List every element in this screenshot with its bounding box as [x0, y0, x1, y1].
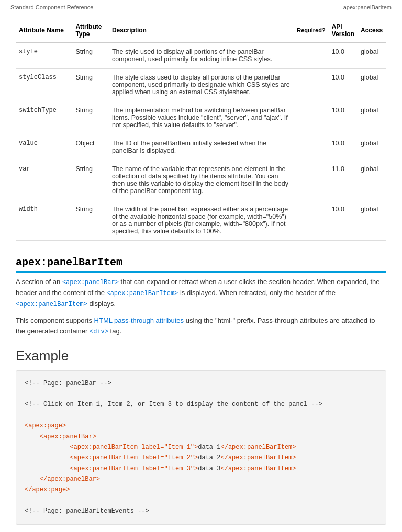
cell-description: The ID of the panelBarItem initially sel…: [109, 134, 294, 160]
section-panelbaritem: apex:panelBarItem A section of an <apex:…: [16, 256, 386, 337]
cell-attr-type: String: [72, 200, 109, 241]
cell-access: global: [358, 69, 386, 101]
cell-required: [294, 160, 328, 200]
cell-attr-name: var: [16, 160, 72, 200]
code-div: <div>: [90, 328, 108, 335]
cell-attr-type: Object: [72, 134, 109, 160]
example-heading: Example: [16, 348, 386, 364]
col-required: Required?: [294, 20, 328, 42]
cell-description: The implementation method for switching …: [109, 101, 294, 134]
cell-attr-name: styleClass: [16, 69, 72, 101]
cell-access: global: [358, 134, 386, 160]
cell-required: [294, 42, 328, 69]
html-passthrough-link[interactable]: HTML pass-through attributes: [94, 316, 184, 324]
cell-api-version: 10.0: [329, 200, 358, 241]
table-row: styleClass String The style class used t…: [16, 69, 386, 101]
cell-api-version: 11.0: [329, 160, 358, 200]
cell-access: global: [358, 42, 386, 69]
table-row: value Object The ID of the panelBarItem …: [16, 134, 386, 160]
section-title: apex:panelBarItem: [16, 256, 386, 273]
example-section: Example <!-- Page: panelBar --> <!-- Cli…: [16, 348, 386, 525]
page-header: Standard Component Reference apex:panelB…: [0, 0, 402, 15]
cell-attr-type: String: [72, 69, 109, 101]
section-description-1: A section of an <apex:panelBar> that can…: [16, 277, 386, 310]
table-row: width String The width of the panel bar,…: [16, 200, 386, 241]
cell-description: The style class used to display all port…: [109, 69, 294, 101]
cell-attr-name: style: [16, 42, 72, 69]
table-row: style String The style used to display a…: [16, 42, 386, 69]
cell-description: The style used to display all portions o…: [109, 42, 294, 69]
cell-access: global: [358, 200, 386, 241]
code-panelbar: <apex:panelBar>: [62, 279, 119, 286]
col-attr-name: Attribute Name: [16, 20, 72, 42]
cell-access: global: [358, 101, 386, 134]
section-description-2: This component supports HTML pass-throug…: [16, 315, 386, 337]
cell-required: [294, 134, 328, 160]
cell-attr-type: String: [72, 42, 109, 69]
code-panelbaritem2: <apex:panelBarItem>: [16, 301, 87, 308]
code-panelbaritem1: <apex:panelBarItem>: [106, 290, 178, 297]
cell-required: [294, 101, 328, 134]
header-right: apex:panelBarItem: [343, 4, 392, 10]
table-row: switchType String The implementation met…: [16, 101, 386, 134]
code-block: <!-- Page: panelBar --> <!-- Click on It…: [16, 370, 386, 525]
col-access: Access: [358, 20, 386, 42]
cell-attr-name: width: [16, 200, 72, 241]
col-api-version: API Version: [329, 20, 358, 42]
cell-api-version: 10.0: [329, 134, 358, 160]
cell-attr-name: value: [16, 134, 72, 160]
cell-attr-name: switchType: [16, 101, 72, 134]
cell-access: global: [358, 160, 386, 200]
table-row: var String The name of the variable that…: [16, 160, 386, 200]
cell-description: The name of the variable that represents…: [109, 160, 294, 200]
cell-description: The width of the panel bar, expressed ei…: [109, 200, 294, 241]
col-attr-type: Attribute Type: [72, 20, 109, 42]
col-description: Description: [109, 20, 294, 42]
cell-api-version: 10.0: [329, 42, 358, 69]
cell-api-version: 10.0: [329, 101, 358, 134]
cell-required: [294, 200, 328, 241]
header-left: Standard Component Reference: [10, 4, 93, 10]
cell-required: [294, 69, 328, 101]
cell-attr-type: String: [72, 101, 109, 134]
cell-api-version: 10.0: [329, 69, 358, 101]
attributes-table: Attribute Name Attribute Type Descriptio…: [16, 20, 386, 241]
cell-attr-type: String: [72, 160, 109, 200]
